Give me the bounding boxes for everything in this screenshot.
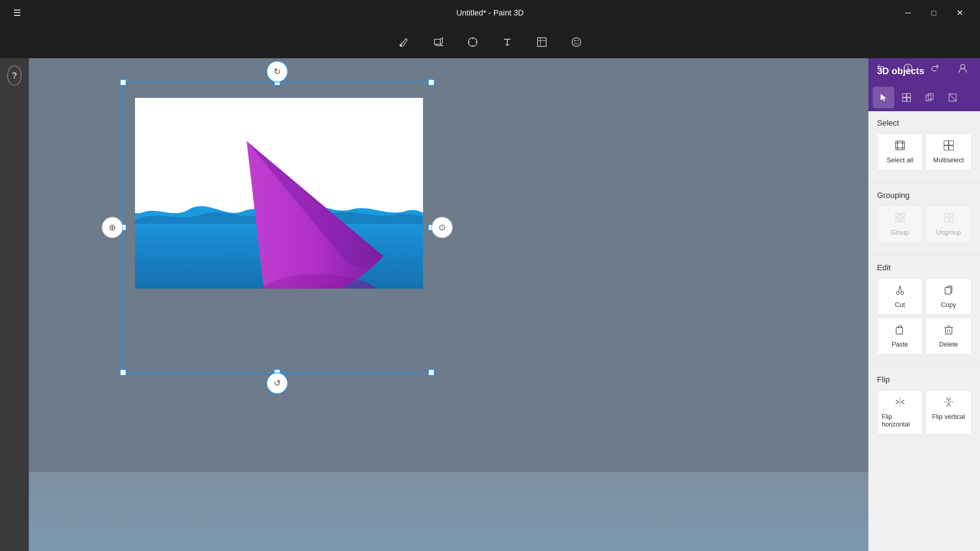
group-icon — [894, 212, 906, 226]
maximize-button[interactable]: □ — [921, 0, 947, 26]
copy-button[interactable]: Copy — [926, 278, 971, 315]
stickers-tool[interactable] — [566, 32, 587, 52]
ungroup-button[interactable]: Ungroup — [926, 206, 971, 243]
select-all-button[interactable]: Select all — [877, 133, 923, 170]
paste-button[interactable]: Paste — [877, 318, 923, 354]
canvas-tool[interactable] — [532, 32, 552, 52]
move-handle-right[interactable]: ⊙ — [431, 217, 453, 238]
svg-rect-17 — [903, 98, 906, 102]
ungroup-icon — [943, 212, 955, 226]
svg-rect-49 — [945, 327, 952, 334]
titlebar-title: Untitled* - Paint 3D — [456, 8, 523, 17]
svg-rect-31 — [944, 146, 948, 150]
cut-icon — [894, 284, 906, 299]
flip-section-title: Flip — [877, 375, 971, 384]
flip-vertical-button[interactable]: Flip vertical — [926, 390, 971, 434]
effects-tool[interactable] — [463, 32, 483, 52]
svg-point-6 — [578, 40, 579, 41]
3d-shapes-tool[interactable] — [428, 32, 448, 52]
tab-trim[interactable] — [942, 87, 963, 108]
handle-top-right[interactable] — [428, 79, 434, 86]
edit-section-title: Edit — [877, 263, 971, 272]
svg-rect-35 — [896, 218, 899, 222]
tab-multiselect[interactable] — [896, 87, 917, 108]
select-section: Select Select all Multiselect — [869, 111, 980, 180]
cut-label: Cut — [895, 301, 905, 309]
svg-rect-47 — [896, 327, 903, 334]
copy-icon — [943, 284, 955, 299]
svg-rect-46 — [945, 287, 951, 294]
move-handle-left[interactable]: ⊕ — [102, 217, 123, 238]
menu-button[interactable]: ☰ — [7, 3, 27, 23]
titlebar-controls: ─ □ ✕ — [895, 0, 973, 26]
cut-button[interactable]: Cut — [877, 278, 923, 315]
redo-button[interactable] — [925, 58, 945, 78]
flip-horizontal-button[interactable]: Flip horizontal — [877, 390, 923, 434]
svg-point-8 — [961, 64, 965, 69]
delete-label: Delete — [939, 341, 958, 348]
rotate-handle-top[interactable]: ↻ — [266, 61, 288, 83]
svg-point-42 — [896, 292, 899, 294]
svg-rect-34 — [901, 213, 904, 217]
svg-point-4 — [572, 38, 581, 46]
group-button[interactable]: Group — [877, 206, 923, 243]
handle-bottom-left[interactable] — [120, 369, 126, 376]
divider-1 — [869, 182, 980, 182]
left-help-panel: ? — [0, 58, 29, 551]
titlebar: ☰ Untitled* - Paint 3D ─ □ ✕ — [0, 0, 980, 26]
multiselect-icon — [943, 140, 955, 154]
group-label: Group — [891, 229, 909, 237]
svg-rect-37 — [897, 215, 903, 221]
svg-point-28 — [902, 147, 903, 149]
undo-button[interactable] — [870, 58, 891, 78]
multiselect-button[interactable]: Multiselect — [926, 133, 971, 170]
handle-bottom-right[interactable] — [428, 369, 434, 376]
flip-buttons: Flip horizontal Flip vertical — [877, 390, 971, 434]
svg-rect-30 — [949, 141, 953, 145]
edit-buttons: Cut Copy Paste — [877, 278, 971, 354]
paste-icon — [894, 324, 906, 338]
svg-point-25 — [896, 142, 898, 144]
svg-point-27 — [896, 147, 898, 149]
toolbar — [0, 26, 980, 58]
right-panel: 3D objects Select — [869, 58, 980, 551]
svg-point-43 — [901, 292, 904, 294]
svg-rect-39 — [950, 213, 953, 217]
svg-rect-19 — [926, 95, 931, 101]
tab-copy3d[interactable] — [919, 87, 940, 108]
flip-section: Flip Flip horizontal Flip vertical — [869, 368, 980, 445]
svg-point-26 — [902, 142, 903, 144]
svg-rect-32 — [949, 146, 953, 150]
tab-select[interactable] — [873, 87, 894, 108]
help-button[interactable]: ? — [7, 65, 22, 86]
edit-section: Edit Cut Copy — [869, 256, 980, 365]
selection-box[interactable]: ↻ ↺ ⊕ ⊙ — [123, 82, 432, 373]
svg-rect-48 — [899, 326, 901, 327]
select-all-label: Select all — [887, 157, 913, 164]
handle-top-left[interactable] — [120, 79, 126, 86]
brushes-tool[interactable] — [393, 32, 414, 52]
svg-rect-16 — [907, 94, 910, 97]
flip-vertical-label: Flip vertical — [932, 413, 965, 421]
panel-tabs — [869, 84, 980, 111]
grouping-buttons: Group Ungroup — [877, 206, 971, 243]
canvas-area: ↻ ↺ ⊕ ⊙ — [29, 58, 869, 551]
canvas-ground — [29, 472, 869, 551]
minimize-button[interactable]: ─ — [895, 0, 921, 26]
svg-rect-24 — [897, 143, 903, 148]
divider-2 — [869, 254, 980, 254]
delete-button[interactable]: Delete — [926, 318, 971, 354]
svg-rect-20 — [928, 94, 933, 99]
flip-horizontal-icon — [894, 396, 906, 410]
text-tool[interactable] — [497, 32, 517, 52]
history-button[interactable] — [898, 58, 918, 78]
svg-line-22 — [949, 94, 956, 101]
grouping-section-title: Grouping — [877, 191, 971, 200]
multiselect-label: Multiselect — [933, 157, 964, 164]
copy-label: Copy — [941, 301, 956, 309]
user-button[interactable] — [953, 58, 973, 78]
grouping-section: Grouping Group Ungroup — [869, 184, 980, 252]
svg-rect-29 — [944, 141, 948, 145]
close-button[interactable]: ✕ — [947, 0, 973, 26]
rotate-handle-bottom[interactable]: ↺ — [266, 373, 288, 394]
